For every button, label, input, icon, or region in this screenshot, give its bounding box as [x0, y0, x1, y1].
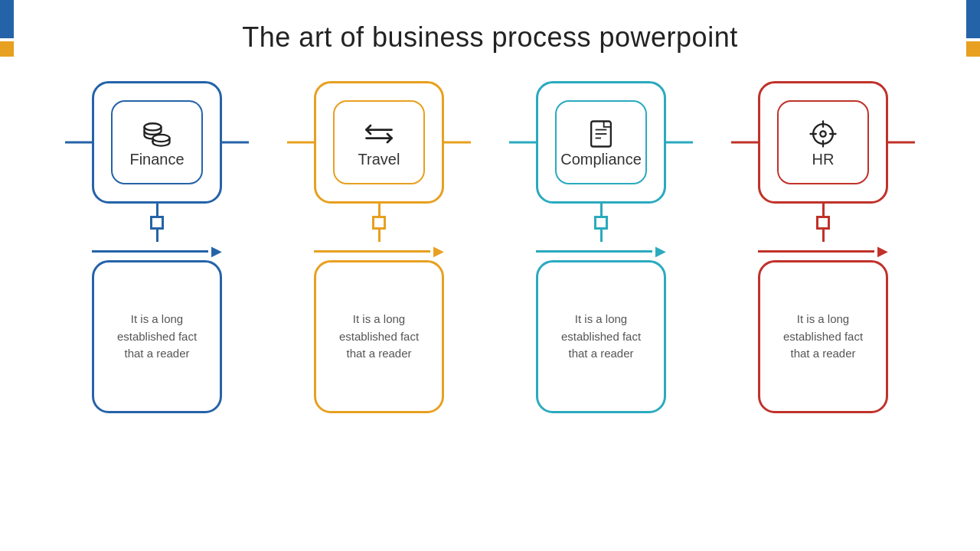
finance-top-box: Finance [92, 81, 222, 204]
svg-point-13 [820, 131, 825, 136]
compliance-arrow: ▶ [655, 244, 666, 258]
accent-right-blue [966, 0, 980, 38]
arrows-icon [362, 117, 396, 151]
compliance-vert-top [600, 204, 603, 216]
hr-vert-bottom [822, 230, 825, 242]
accent-left [0, 0, 14, 551]
travel-top-box: Travel [314, 81, 444, 204]
finance-desc: It is a long established fact that a rea… [106, 311, 207, 363]
hr-h-line [758, 250, 874, 253]
content-area: Finance ▶ It is a long established fact … [0, 66, 980, 413]
hr-arrow: ▶ [877, 244, 888, 258]
column-hr: HR ▶ It is a long established fact that … [712, 81, 934, 413]
compliance-h-line [536, 250, 652, 253]
travel-hline-right [442, 142, 471, 144]
compliance-connector-square [594, 216, 608, 230]
hr-connector: ▶ [758, 204, 888, 260]
accent-left-yellow [0, 41, 14, 57]
travel-hline-left [287, 142, 316, 144]
hr-top-box: HR [758, 81, 888, 204]
compliance-hline-left [509, 142, 538, 144]
travel-inner-box: Travel [333, 100, 425, 184]
coins-icon [140, 117, 174, 151]
compliance-h-area: ▶ [536, 242, 666, 260]
travel-h-line [314, 250, 430, 253]
travel-vert-bottom [378, 230, 381, 242]
finance-connector: ▶ [92, 204, 222, 260]
column-travel: Travel ▶ It is a long established fact t… [268, 81, 490, 413]
compliance-inner-box: Compliance [555, 100, 647, 184]
travel-label: Travel [358, 151, 400, 168]
accent-right [966, 0, 980, 551]
compliance-vert-bottom [600, 230, 603, 242]
accent-left-blue [0, 0, 14, 38]
svg-point-0 [145, 123, 162, 130]
hr-vert-top [822, 204, 825, 216]
travel-connector: ▶ [314, 204, 444, 260]
finance-arrow: ▶ [211, 244, 222, 258]
travel-connector-square [372, 216, 386, 230]
finance-hline-left [65, 142, 94, 144]
compliance-desc: It is a long established fact that a rea… [550, 311, 652, 363]
hr-connector-square [816, 216, 830, 230]
finance-inner-box: Finance [111, 100, 203, 184]
compliance-hline-right [664, 142, 693, 144]
column-finance: Finance ▶ It is a long established fact … [46, 81, 268, 413]
compliance-bottom-box: It is a long established fact that a rea… [536, 260, 666, 413]
hr-h-area: ▶ [758, 242, 888, 260]
travel-desc: It is a long established fact that a rea… [328, 311, 430, 363]
hr-bottom-box: It is a long established fact that a rea… [758, 260, 888, 413]
travel-bottom-box: It is a long established fact that a rea… [314, 260, 444, 413]
finance-hline-right [220, 142, 249, 144]
finance-bottom-box: It is a long established fact that a rea… [92, 260, 222, 413]
travel-h-area: ▶ [314, 242, 444, 260]
compliance-top-box: Compliance [536, 81, 666, 204]
finance-vert-top [156, 204, 158, 216]
finance-connector-square [150, 216, 164, 230]
title-area: The art of business process powerpoint [0, 0, 980, 66]
finance-vert-bottom [156, 230, 158, 242]
compliance-connector: ▶ [536, 204, 666, 260]
document-icon [584, 117, 618, 151]
travel-arrow: ▶ [433, 244, 444, 258]
hr-inner-box: HR [777, 100, 869, 184]
finance-h-line [92, 250, 208, 253]
svg-point-1 [153, 134, 170, 141]
target-icon [806, 117, 840, 151]
compliance-label: Compliance [560, 151, 642, 168]
page-title: The art of business process powerpoint [0, 21, 980, 54]
hr-hline-right [886, 142, 915, 144]
finance-label: Finance [129, 151, 184, 168]
hr-desc: It is a long established fact that a rea… [773, 311, 874, 363]
hr-label: HR [812, 151, 835, 168]
hr-hline-left [731, 142, 760, 144]
travel-vert-top [378, 204, 381, 216]
finance-h-area: ▶ [92, 242, 222, 260]
accent-right-yellow [966, 41, 980, 57]
column-compliance: Compliance ▶ It is a long established fa… [490, 81, 712, 413]
